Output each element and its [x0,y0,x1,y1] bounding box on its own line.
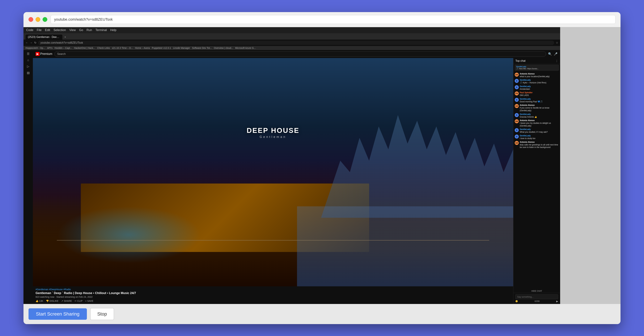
bookmark-overview[interactable]: Overview | cloud... [214,47,233,49]
railing [57,240,489,240]
yt-clip-button[interactable]: ✂ CLIP [75,300,82,302]
video-background: DEEP HOUSE Gentleman [33,58,513,286]
chat-message-text: what is your location(GentleLady) [520,75,559,78]
chat-username: GentleLady [520,98,559,100]
chat-message-text: Amsterdam [520,88,559,90]
yt-header: ▶ Premium Search 🔍 🎤 [33,50,560,58]
yt-video-player[interactable]: DEEP HOUSE Gentleman [33,58,513,286]
yt-dislike-button[interactable]: 👎 DISLIKE [46,300,58,302]
chat-msg-content: Antonio Alonso duty calls me greetings t… [520,141,559,149]
vscode-menu-edit[interactable]: Edit [45,28,50,32]
yt-back-button[interactable]: ← [26,41,28,44]
yt-url-box[interactable]: youtube.com/watch?v=sd8ZEUTsxk [38,40,554,45]
thumb-up-icon: 👍 [36,300,38,302]
yt-main-content: ☰ ⌂ ▷ ▤ ▶ Premium [24,50,560,304]
yt-shorts-icon[interactable]: ▷ [27,64,29,68]
chat-messages-list: AA Antonio Alonso what is your location(… [513,71,560,289]
chat-message-text: Gracias Antonio 👍 [520,116,559,118]
vscode-menu-code[interactable]: Code [26,28,33,32]
browser-content: Code File Edit Selection View Go Run Ter… [24,27,620,304]
chat-message-item: G GentleLady 🎵 Kyko – Horizon (Viel Rmx) [515,79,559,84]
bookmark-hoppscotch[interactable]: Hoppscotch - Op... [26,47,45,49]
yt-address-bar: ← → ↻ youtube.com/watch?v=sd8ZEUTsxk ☆ [24,40,560,46]
emoji-button[interactable]: 😊 [515,300,518,302]
vscode-menu-go[interactable]: Go [79,28,83,32]
chat-username: Antonio Alonso [520,104,559,106]
bookmark-checklinks[interactable]: Check Links [97,47,110,49]
video-title-overlay: DEEP HOUSE Gentleman [247,126,300,139]
yt-share-button[interactable]: ↗ SHARE [61,300,72,302]
start-screen-sharing-button[interactable]: Start Screen Sharing [28,308,87,320]
vscode-menu-selection[interactable]: Selection [54,28,66,32]
bookmark-hackerone[interactable]: HackerOne | Hack... [74,47,95,49]
traffic-lights [28,17,47,22]
chat-msg-content: Antonio Alonso what is your location(Gen… [520,73,559,78]
url-text: youtube.com/watch?v=sd8ZEUTsxk [54,17,113,22]
yt-hamburger-icon[interactable]: ☰ [27,52,30,56]
new-tab-button[interactable]: + [63,35,67,39]
chat-msg-content: Antonio Alonso if you come to Seville le… [520,104,559,112]
yt-mic-icon[interactable]: 🎤 [554,52,558,56]
bookmark-axera[interactable]: Home – Axera [135,47,150,49]
yt-url-text: youtube.com/watch?v=sd8ZEUTsxk [40,41,83,44]
chat-username: GentleLady [520,85,559,88]
bookmark-linode[interactable]: Linode Manager [173,47,190,49]
minimize-button[interactable] [36,17,40,22]
chat-hide-label[interactable]: HIDE CHAT [513,289,560,293]
yt-search-placeholder: Search [57,52,66,55]
chat-message-text: 🎵 Kyko – Horizon (Viel Rmx) [520,82,559,84]
vscode-menu-file[interactable]: File [37,28,42,32]
chat-username: Antonio Alonso [520,119,559,122]
chat-message-item: G GentleLady Good morning Paul 💙🎵 [515,98,559,103]
vscode-menu-terminal[interactable]: Terminal [96,28,107,32]
vscode-menu-run[interactable]: Run [86,28,92,32]
chat-avatar: AA [515,141,519,145]
bookmark-time[interactable]: x21.10.3 Time – D... [112,47,133,49]
maximize-button[interactable] [42,17,47,22]
yt-forward-button[interactable]: → [30,41,32,44]
pinned-text: 🎵 New Mix: https://youtu... [516,68,557,70]
chat-message-text: Good morning Paul 💙🎵 [520,100,559,103]
chat-username: GentleLady [520,134,559,137]
bookmark-apis[interactable]: API's [47,47,52,49]
share-label: SHARE [64,300,72,302]
chat-avatar: AA [515,119,519,123]
title-bar: youtube.com/watch?v=sd8ZEUTsxk [24,12,620,27]
screen-preview: Code File Edit Selection View Go Run Ter… [24,27,560,304]
yt-like-button[interactable]: 👍 13K [36,300,43,302]
yt-search-bar[interactable]: Search [54,51,546,57]
stop-button[interactable]: Stop [90,308,114,320]
yt-refresh-button[interactable]: ↻ [34,41,36,44]
yt-video-info: #Gentleman #DeepHouse #Radio Gentleman ´… [33,286,513,304]
yt-search-icon[interactable]: 🔍 [548,52,552,56]
chat-avatar: G [515,79,519,83]
chat-input[interactable] [515,294,558,299]
chat-options-icon[interactable]: ⋮ [556,60,558,62]
chat-header-title: Top chat [515,60,526,62]
yt-active-tab[interactable]: (2523) Gentleman · Deep ... [26,34,62,40]
yt-logo: ▶ Premium [36,52,52,56]
bookmark-software[interactable]: Software Dev Tot... [192,47,212,49]
bookmark-azure[interactable]: Microsoft Azure G... [235,47,256,49]
glow-element [57,206,201,263]
bookmark-puppeteer[interactable]: Puppeteer v12.0.1 [152,47,171,49]
pinned-user: GentleLady [516,66,557,68]
chat-message-item: PS Paul Spindler GM LADS [515,92,559,97]
like-count: 13K [39,300,43,302]
yt-home-icon[interactable]: ⌂ [27,58,29,62]
bookmark-hoolidn[interactable]: Hoolidn – Capt... [54,47,72,49]
yt-chat-panel: Top chat ⋮ GentleLady 🎵 New Mix: https:/… [513,58,560,304]
chat-message-item: AA Antonio Alonso i leave you my studies… [515,119,559,127]
vscode-menu-view[interactable]: View [69,28,76,32]
vscode-menu-help[interactable]: Help [110,28,116,32]
chat-message-item: G GentleLady Amsterdam [515,85,559,90]
send-button[interactable]: ▶ [556,300,558,302]
chat-msg-content: GentleLady What you studied, if I may as… [520,128,559,134]
close-button[interactable] [28,17,33,22]
yt-save-button[interactable]: + SAVE [85,300,94,302]
address-bar[interactable]: youtube.com/watch?v=sd8ZEUTsxk [51,15,616,24]
chat-message-text: duty calls me greetings to all until nex… [520,144,559,149]
yt-star-button[interactable]: ☆ [556,41,558,44]
yt-hashtags: #Gentleman #DeepHouse #Radio [36,288,510,291]
yt-subs-icon[interactable]: ▤ [27,71,30,75]
